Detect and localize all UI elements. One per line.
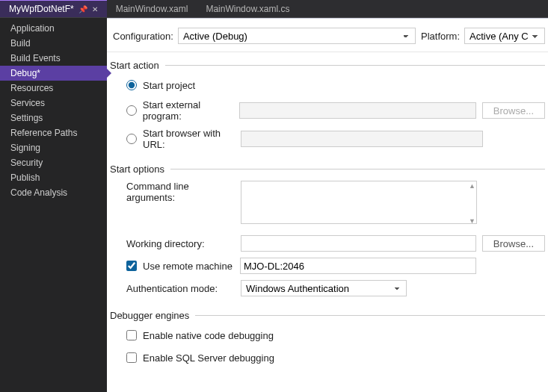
browse-external-button[interactable]: Browse...: [482, 102, 545, 119]
input-remote-machine[interactable]: [240, 258, 476, 274]
document-tabs: MyWpfDotNetF* 📌 ✕ MainWindow.xaml MainWi…: [0, 0, 548, 18]
pin-icon[interactable]: 📌: [78, 5, 87, 13]
platform-label: Platform:: [418, 31, 464, 42]
radio-start-browser[interactable]: [126, 134, 137, 144]
tab-label: MainWindow.xaml: [116, 4, 188, 14]
tab-mainwindow-cs[interactable]: MainWindow.xaml.cs: [197, 0, 298, 17]
section-title-start-action: Start action: [110, 60, 159, 71]
sidebar-item-services[interactable]: Services: [0, 96, 107, 111]
checkbox-remote-machine[interactable]: [126, 261, 137, 271]
divider: [170, 169, 545, 169]
browse-workdir-button[interactable]: Browse...: [482, 235, 545, 252]
configuration-select[interactable]: Active (Debug): [178, 28, 416, 44]
section-title-debugger-engines: Debugger engines: [110, 310, 189, 321]
label-native-debug: Enable native code debugging: [143, 330, 274, 341]
sidebar-item-publish[interactable]: Publish: [0, 170, 107, 185]
checkbox-sql-debug[interactable]: [126, 352, 137, 363]
sidebar-item-build[interactable]: Build: [0, 36, 107, 51]
tab-project-properties[interactable]: MyWpfDotNetF* 📌 ✕: [0, 0, 107, 17]
sidebar-item-settings[interactable]: Settings: [0, 111, 107, 125]
input-cli-args[interactable]: [241, 181, 477, 224]
input-external-program[interactable]: [239, 102, 476, 119]
sidebar-item-reference-paths[interactable]: Reference Paths: [0, 125, 107, 140]
label-start-browser: Start browser with URL:: [143, 128, 235, 150]
platform-select[interactable]: Active (Any CPU): [464, 28, 545, 44]
sidebar-item-resources[interactable]: Resources: [0, 81, 107, 96]
label-working-dir: Working directory:: [126, 238, 235, 249]
label-remote-machine: Use remote machine: [143, 261, 234, 272]
sidebar-item-signing[interactable]: Signing: [0, 140, 107, 155]
label-start-project: Start project: [143, 80, 195, 91]
select-auth-mode[interactable]: Windows Authentication: [241, 280, 407, 296]
label-auth-mode: Authentication mode:: [126, 283, 235, 294]
tab-label: MainWindow.xaml.cs: [206, 4, 289, 14]
sidebar-item-security[interactable]: Security: [0, 155, 107, 170]
divider: [195, 315, 545, 316]
radio-start-project[interactable]: [126, 80, 137, 90]
sidebar-item-code-analysis[interactable]: Code Analysis: [0, 185, 107, 200]
checkbox-native-debug[interactable]: [126, 330, 137, 340]
debug-property-page: Configuration: Active (Debug) Platform: …: [107, 18, 548, 392]
label-cli-args: Command line arguments:: [126, 181, 235, 203]
input-browser-url[interactable]: [241, 131, 483, 147]
label-sql-debug: Enable SQL Server debugging: [143, 352, 274, 364]
tab-mainwindow-xaml[interactable]: MainWindow.xaml: [107, 0, 197, 17]
label-start-external: Start external program:: [143, 99, 233, 122]
divider: [165, 65, 545, 66]
configuration-label: Configuration:: [110, 31, 178, 42]
close-icon[interactable]: ✕: [92, 5, 98, 13]
section-title-start-options: Start options: [110, 164, 164, 175]
sidebar-item-build-events[interactable]: Build Events: [0, 51, 107, 66]
sidebar-item-application[interactable]: Application: [0, 21, 107, 36]
sidebar-item-debug[interactable]: Debug*: [0, 66, 107, 81]
radio-start-external[interactable]: [126, 105, 137, 116]
tab-label: MyWpfDotNetF*: [9, 4, 74, 14]
input-working-dir[interactable]: [241, 235, 476, 252]
property-page-sidebar: Application Build Build Events Debug* Re…: [0, 18, 107, 392]
